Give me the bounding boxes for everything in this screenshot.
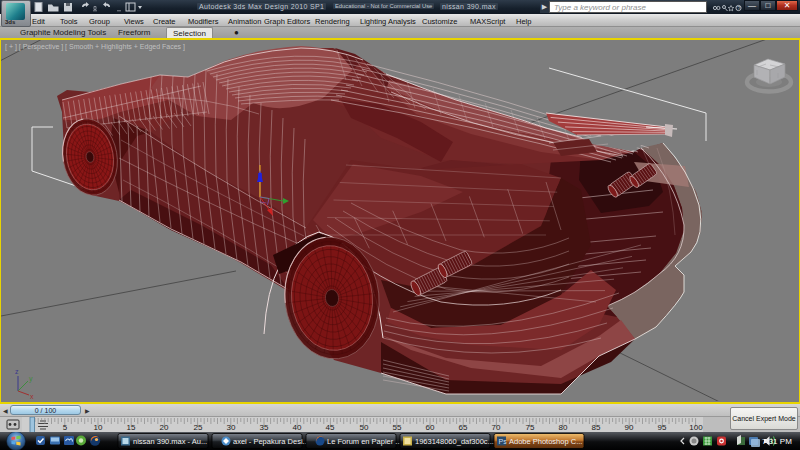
- svg-text:75: 75: [526, 423, 535, 432]
- svg-text:[ + ] [ Perspective ] [ Smooth: [ + ] [ Perspective ] [ Smooth + Highlig…: [5, 43, 185, 51]
- svg-text:x: x: [30, 393, 34, 400]
- svg-text:40: 40: [293, 423, 302, 432]
- svg-text:nissan 390.max - Au...: nissan 390.max - Au...: [133, 437, 207, 446]
- svg-text:50: 50: [360, 423, 369, 432]
- svg-text:35: 35: [260, 423, 269, 432]
- svg-text:z: z: [15, 368, 19, 375]
- svg-text:55: 55: [393, 423, 402, 432]
- svg-text:y: y: [29, 375, 33, 383]
- svg-text:65: 65: [459, 423, 468, 432]
- svg-text:45: 45: [326, 423, 335, 432]
- svg-text:Adobe Photoshop C...: Adobe Photoshop C...: [509, 437, 582, 446]
- svg-text:100: 100: [689, 423, 703, 432]
- svg-text:60: 60: [426, 423, 435, 432]
- svg-text:20: 20: [160, 423, 169, 432]
- svg-text:70: 70: [492, 423, 501, 432]
- svg-text:axel - Pepakura Desi...: axel - Pepakura Desi...: [233, 437, 309, 446]
- svg-text:80: 80: [559, 423, 568, 432]
- svg-text:15: 15: [127, 423, 136, 432]
- svg-text:1963148060_daf300c...: 1963148060_daf300c...: [415, 437, 494, 446]
- svg-text:90: 90: [625, 423, 634, 432]
- svg-text:10: 10: [94, 423, 103, 432]
- svg-text:?: ?: [737, 5, 740, 11]
- svg-text:25: 25: [194, 423, 203, 432]
- svg-text:95: 95: [658, 423, 667, 432]
- svg-text:7:31 PM: 7:31 PM: [762, 437, 792, 446]
- svg-text:5: 5: [63, 423, 68, 432]
- svg-text:Le Forum en Papier ...: Le Forum en Papier ...: [327, 437, 402, 446]
- svg-text:Ps: Ps: [499, 438, 508, 445]
- svg-text:30: 30: [227, 423, 236, 432]
- svg-text:85: 85: [592, 423, 601, 432]
